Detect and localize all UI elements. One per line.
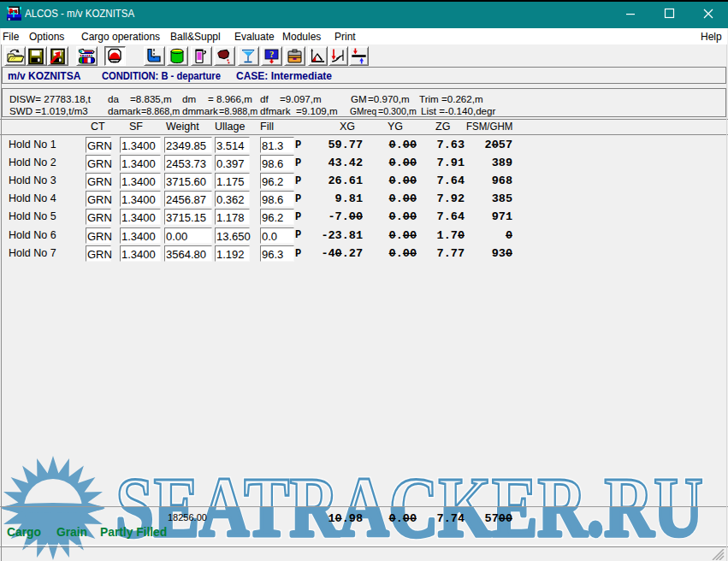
svg-text:?: ? (269, 50, 274, 59)
